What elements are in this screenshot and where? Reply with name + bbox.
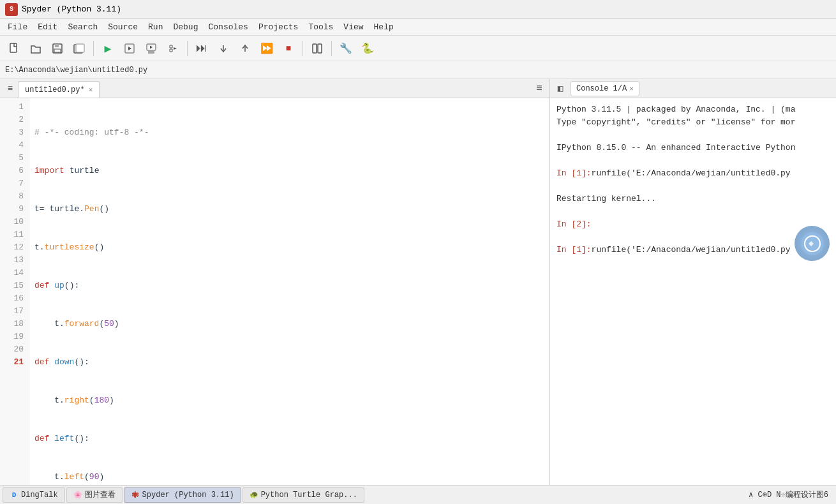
spyder-logo-watermark	[795, 226, 830, 261]
code-line-3: t= turtle.Pen()	[34, 203, 544, 216]
line-num-15: 15	[0, 279, 29, 292]
menu-consoles[interactable]: Consoles	[203, 21, 253, 33]
line-numbers: 1 2 3 4 5 6 7 8 9 10 11 12 13 14 15 16 1…	[0, 98, 29, 485]
continue-button[interactable]: ⏩	[257, 39, 277, 58]
menu-file[interactable]: File	[3, 21, 33, 33]
toolbar-sep-3	[302, 41, 303, 56]
code-area[interactable]: 1 2 3 4 5 6 7 8 9 10 11 12 13 14 15 16 1…	[0, 98, 549, 485]
line-num-3: 3	[0, 126, 29, 139]
menu-help[interactable]: Help	[369, 21, 399, 33]
console-line-8	[556, 205, 830, 218]
taskbar-dingtalk-label: DingTalk	[21, 491, 58, 500]
menu-debug[interactable]: Debug	[168, 21, 203, 33]
toolbar-sep-1	[93, 41, 94, 56]
console-line-4: IPython 8.15.0 -- An enhanced Interactiv…	[556, 142, 830, 154]
console-line-10	[556, 231, 830, 244]
editor-pane: ≡ untitled0.py* ✕ ≡ 1 2 3 4 5 6 7 8 9 10…	[0, 79, 550, 485]
svg-rect-0	[10, 43, 17, 52]
console-output[interactable]: Python 3.11.5 | packaged by Anaconda, In…	[550, 98, 836, 485]
preferences-button[interactable]: 🔧	[336, 39, 356, 58]
line-num-21: 21	[0, 356, 29, 369]
line-num-13: 13	[0, 254, 29, 267]
run-cell-advance-button[interactable]	[141, 39, 161, 58]
console-line-2: Type "copyright", "credits" or "license"…	[556, 116, 830, 129]
line-num-19: 19	[0, 330, 29, 343]
line-num-5: 5	[0, 152, 29, 165]
taskbar: D DingTalk 🌸 图片查看 🕷 Spyder (Python 3.11)…	[0, 485, 836, 504]
taskbar-turtle[interactable]: 🐢 Python Turtle Grap...	[243, 487, 364, 503]
code-line-1: # -*- coding: utf-8 -*-	[34, 126, 544, 139]
svg-rect-8	[313, 44, 317, 53]
line-num-16: 16	[0, 292, 29, 305]
line-num-18: 18	[0, 318, 29, 330]
open-file-button[interactable]	[26, 39, 46, 58]
console-line-7	[556, 180, 830, 193]
run-selection-button[interactable]	[163, 39, 183, 58]
menu-tools[interactable]: Tools	[303, 21, 338, 33]
python-path-button[interactable]: 🐍	[357, 39, 378, 58]
taskbar-system-tray: ∧ C⊕D N☆编程设计图6	[743, 489, 833, 500]
step-button[interactable]	[213, 39, 234, 58]
taskbar-spyder[interactable]: 🕷 Spyder (Python 3.11)	[124, 487, 241, 503]
toggle-panes-button[interactable]	[307, 39, 327, 58]
console-line-11: In [1]: runfile('E:/Anaconda/wejian/unti…	[556, 244, 830, 256]
console-line-restart: Restarting kernel...	[556, 193, 830, 205]
tab-list-button[interactable]: ≡	[3, 80, 18, 98]
code-line-8: t.right(180)	[34, 394, 544, 407]
taskbar-turtle-label: Python Turtle Grap...	[261, 491, 357, 500]
taskbar-image-viewer-label: 图片查看	[85, 489, 116, 500]
console-line-5	[556, 154, 830, 167]
console-pane: ◧ Console 1/A ✕ Python 3.11.5 | packaged…	[550, 79, 836, 485]
console-panel-button[interactable]: ◧	[553, 81, 568, 96]
step-return-button[interactable]	[235, 39, 255, 58]
stop-button[interactable]: ■	[278, 39, 299, 58]
save-file-button[interactable]	[47, 39, 68, 58]
spyder-taskbar-icon: 🕷	[131, 491, 140, 500]
new-file-button[interactable]	[4, 39, 24, 58]
editor-tab-untitled0[interactable]: untitled0.py* ✕	[18, 81, 100, 98]
console-tab-label: Console 1/A	[576, 84, 627, 93]
svg-rect-3	[54, 49, 61, 52]
line-num-11: 11	[0, 228, 29, 241]
line-num-2: 2	[0, 114, 29, 126]
code-editor[interactable]: # -*- coding: utf-8 -*- import turtle t=…	[29, 98, 549, 485]
menu-source[interactable]: Source	[103, 21, 143, 33]
toolbar-sep-4	[331, 41, 332, 56]
editor-tab-menu[interactable]: ≡	[532, 80, 547, 98]
line-num-9: 9	[0, 203, 29, 216]
turtle-icon: 🐢	[250, 491, 258, 500]
save-all-button[interactable]	[69, 39, 89, 58]
console-line-1: Python 3.11.5 | packaged by Anaconda, In…	[556, 103, 830, 116]
run-cell-button[interactable]	[119, 39, 140, 58]
taskbar-dingtalk[interactable]: D DingTalk	[3, 487, 65, 503]
run-file-button[interactable]: ⏭	[191, 39, 212, 58]
line-num-17: 17	[0, 305, 29, 318]
taskbar-image-viewer[interactable]: 🌸 图片查看	[66, 487, 123, 503]
console-line-3	[556, 129, 830, 142]
console-tab-1[interactable]: Console 1/A ✕	[571, 81, 639, 96]
code-line-10: t.left(90)	[34, 471, 544, 484]
menu-search[interactable]: Search	[63, 21, 103, 33]
editor-tab-label: untitled0.py*	[25, 85, 85, 94]
code-line-4: t.turtlesize()	[34, 241, 544, 254]
toolbar: ▶ ⏭ ⏩ ■ 🔧	[0, 36, 836, 61]
menu-run[interactable]: Run	[143, 21, 168, 33]
code-line-7: def down():	[34, 356, 544, 369]
menu-edit[interactable]: Edit	[33, 21, 63, 33]
code-line-5: def up():	[34, 279, 544, 292]
code-line-6: t.forward(50)	[34, 318, 544, 330]
editor-tab-close[interactable]: ✕	[89, 85, 93, 94]
console-tab-close[interactable]: ✕	[629, 84, 634, 93]
menu-projects[interactable]: Projects	[253, 21, 303, 33]
console-tab-bar: ◧ Console 1/A ✕	[550, 79, 836, 98]
code-line-2: import turtle	[34, 165, 544, 177]
console-line-6: In [1]: runfile('E:/Anaconda/wejian/unti…	[556, 167, 830, 180]
image-viewer-icon: 🌸	[73, 491, 82, 500]
menu-view[interactable]: View	[338, 21, 368, 33]
window-title: Spyder (Python 3.11)	[22, 4, 121, 14]
svg-rect-9	[318, 44, 322, 53]
filepath-text: E:\Anaconda\wejian\untitled0.py	[5, 66, 147, 75]
filepath-bar: E:\Anaconda\wejian\untitled0.py	[0, 61, 836, 79]
svg-rect-2	[55, 44, 59, 47]
run-button[interactable]: ▶	[98, 39, 118, 58]
